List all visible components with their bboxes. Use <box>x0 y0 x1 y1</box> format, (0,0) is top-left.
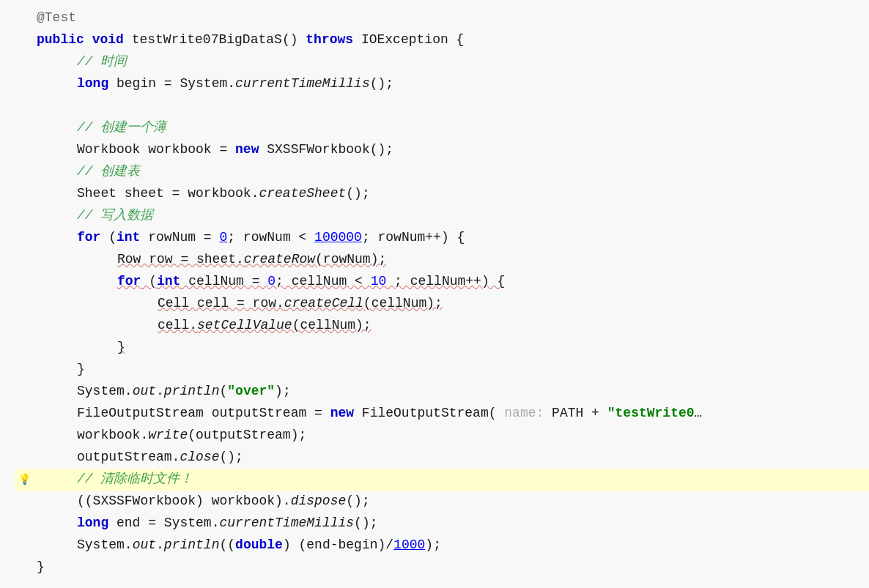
code-token: Row row = sheet. <box>117 249 244 270</box>
code-token: // 时间 <box>77 51 127 72</box>
code-token: PATH + <box>544 403 607 424</box>
code-token: for <box>117 271 141 292</box>
code-token: (cellNum); <box>363 293 443 314</box>
code-line: // 写入数据 <box>15 205 869 227</box>
code-token: ; rowNum < <box>227 227 314 248</box>
code-token: (rowNum); <box>315 249 386 270</box>
code-token: FileOutputStream( <box>354 403 504 424</box>
code-token: workbook. <box>77 425 148 446</box>
code-line: public void testWrite07BigDataS() throws… <box>15 29 869 51</box>
code-token: cell. <box>158 315 197 336</box>
code-token: // 清除临时文件！ <box>77 469 193 490</box>
code-token: … <box>695 403 703 424</box>
code-token: ((SXSSFWorkbook) workbook). <box>77 491 291 512</box>
code-line: } <box>15 557 869 578</box>
code-token: // 创建表 <box>77 161 140 182</box>
code-token: out <box>133 381 156 402</box>
code-token: (outputStream); <box>188 425 306 446</box>
code-line: } <box>15 359 869 381</box>
code-token: (); <box>346 183 369 204</box>
code-token: "over" <box>227 381 275 402</box>
code-token: } <box>37 557 45 578</box>
code-token: name: <box>504 403 544 424</box>
code-token: void <box>92 29 124 51</box>
code-token: SXSSFWorkbook(); <box>259 139 393 160</box>
code-token: new <box>235 139 259 160</box>
code-token: throws <box>306 29 353 51</box>
code-token: ); <box>275 381 291 402</box>
code-line: // 创建表 <box>15 161 869 183</box>
code-line: Cell cell = row.createCell(cellNum); <box>15 293 869 315</box>
code-token: ( <box>219 381 227 402</box>
code-token: ) (end-begin)/ <box>283 535 393 556</box>
code-token: outputStream. <box>77 447 180 468</box>
code-token: ; cellNum++) { <box>386 271 505 292</box>
code-token: (); <box>370 73 393 94</box>
code-token: // 写入数据 <box>77 205 153 226</box>
code-token: 0 <box>219 227 227 248</box>
code-token: } <box>117 337 125 358</box>
code-token: int <box>117 227 140 248</box>
code-line: // 创建一个薄 <box>15 117 869 139</box>
code-token: (); <box>219 447 243 468</box>
code-line: @Test <box>15 7 869 29</box>
code-token: (); <box>354 513 377 534</box>
code-token: ( <box>141 271 157 292</box>
code-token: createRow <box>244 249 315 270</box>
code-token: ); <box>425 535 441 556</box>
code-line: System.out.println((double) (end-begin)/… <box>15 535 869 557</box>
code-token: for <box>77 227 100 248</box>
code-token: out <box>133 535 156 556</box>
code-token: long <box>77 73 108 94</box>
code-token: println <box>164 381 220 402</box>
code-token <box>84 29 92 51</box>
code-token: Sheet sheet = workbook. <box>77 183 259 204</box>
code-token: public <box>37 29 84 51</box>
code-token: 100000 <box>314 227 362 248</box>
code-token: (( <box>219 535 235 556</box>
code-token: println <box>164 535 220 556</box>
code-line: long end = System.currentTimeMillis(); <box>15 513 869 535</box>
code-token: createCell <box>284 293 363 314</box>
code-line: FileOutputStream outputStream = new File… <box>15 403 869 425</box>
code-line: cell.setCellValue(cellNum); <box>15 315 869 337</box>
code-line: } <box>15 337 869 359</box>
code-line: Row row = sheet.createRow(rowNum); <box>15 249 869 271</box>
code-token: . <box>156 381 164 402</box>
code-token: long <box>77 513 108 534</box>
code-token: createSheet <box>259 183 346 204</box>
code-token: rowNum = <box>140 227 219 248</box>
code-token: ; rowNum++) { <box>362 227 465 248</box>
code-token: cellNum = <box>180 271 267 292</box>
code-token: System. <box>77 535 133 556</box>
code-token: @Test <box>37 7 76 29</box>
code-token: dispose <box>291 491 347 512</box>
code-line: workbook.write(outputStream); <box>15 425 869 447</box>
code-token: "testWrite0 <box>607 403 695 424</box>
code-token: testWrite07BigDataS() <box>124 29 306 51</box>
code-token: end = System. <box>108 513 219 534</box>
code-token: 0 <box>267 271 276 292</box>
code-token: IOException { <box>353 29 464 51</box>
code-line: for (int rowNum = 0; rowNum < 100000; ro… <box>15 227 869 249</box>
code-token: Cell cell = row. <box>158 293 284 314</box>
code-line <box>15 95 869 117</box>
code-token: (cellNum); <box>292 315 371 336</box>
code-token: begin = System. <box>108 73 235 94</box>
code-token: currentTimeMillis <box>219 513 354 534</box>
code-line: Sheet sheet = workbook.createSheet(); <box>15 183 869 205</box>
code-token: 10 <box>371 271 387 292</box>
bulb-icon: 💡 <box>18 472 31 488</box>
code-line: 💡// 清除临时文件！ <box>15 469 869 491</box>
code-token: . <box>156 535 164 556</box>
code-line: for (int cellNum = 0; cellNum < 10 ; cel… <box>15 271 869 293</box>
code-line: Workbook workbook = new SXSSFWorkbook(); <box>15 139 869 161</box>
code-editor: @Testpublic void testWrite07BigDataS() t… <box>0 0 869 588</box>
code-token: currentTimeMillis <box>235 73 370 94</box>
code-line: System.out.println("over"); <box>15 381 869 403</box>
code-line: ((SXSSFWorkbook) workbook).dispose(); <box>15 491 869 513</box>
code-token: ; cellNum < <box>276 271 371 292</box>
code-token: Workbook workbook = <box>77 139 235 160</box>
code-token: new <box>330 403 354 424</box>
code-token: System. <box>77 381 133 402</box>
